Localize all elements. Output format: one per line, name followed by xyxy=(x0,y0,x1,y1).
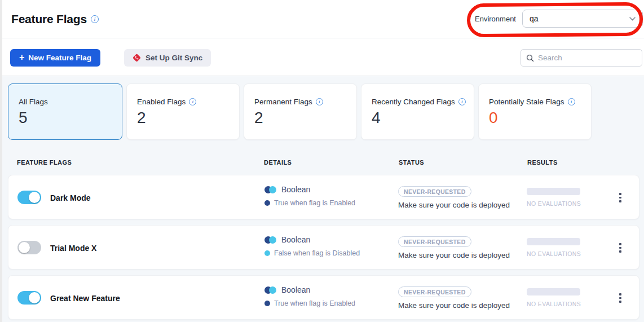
card-all-flags[interactable]: All Flags 5 xyxy=(8,83,122,140)
flag-status: NEVER-REQUESTED Make sure your code is d… xyxy=(398,186,510,209)
info-icon[interactable]: i xyxy=(458,98,466,105)
value-dot-icon xyxy=(264,250,270,256)
flag-toggle[interactable] xyxy=(17,191,41,204)
info-icon[interactable]: i xyxy=(316,98,323,105)
status-badge: NEVER-REQUESTED xyxy=(398,236,471,247)
card-permanent-flags[interactable]: Permanent Flagsi 2 xyxy=(244,83,357,140)
feature-flags-page: Feature Flags i Environment qa + New Fea… xyxy=(0,0,644,322)
row-menu-button[interactable] xyxy=(613,226,628,270)
column-header-results: RESULTS xyxy=(527,159,558,166)
card-count: 2 xyxy=(254,110,356,126)
card-count: 5 xyxy=(19,110,122,126)
search-input[interactable] xyxy=(538,54,638,62)
plus-icon: + xyxy=(19,52,24,63)
environment-select[interactable]: qa xyxy=(522,10,643,28)
flag-details: Boolean True when flag is Enabled xyxy=(264,185,355,207)
status-badge: NEVER-REQUESTED xyxy=(398,286,471,297)
chevron-down-icon xyxy=(629,17,636,21)
info-icon[interactable]: i xyxy=(568,98,575,105)
column-header-status: STATUS xyxy=(399,159,424,166)
flag-status: NEVER-REQUESTED Make sure your code is d… xyxy=(398,236,510,259)
search-box xyxy=(521,49,642,67)
page-header: Feature Flags i Environment qa xyxy=(2,0,644,38)
flag-name[interactable]: Great New Feature xyxy=(50,276,120,320)
flag-results: NO EVALUATIONS xyxy=(527,238,581,257)
set-up-git-sync-button[interactable]: Set Up Git Sync xyxy=(124,49,211,67)
card-recently-changed-flags[interactable]: Recently Changed Flagsi 4 xyxy=(361,83,474,140)
flag-results: NO EVALUATIONS xyxy=(527,188,581,207)
card-potentially-stale-flags[interactable]: Potentially Stale Flagsi 0 xyxy=(478,83,592,140)
title-info-icon[interactable]: i xyxy=(91,15,99,23)
table-row: Trial Mode X Boolean False when flag is … xyxy=(8,225,639,270)
flag-name[interactable]: Trial Mode X xyxy=(50,226,96,270)
card-count: 0 xyxy=(489,110,591,126)
flag-results: NO EVALUATIONS xyxy=(527,288,581,307)
boolean-type-icon xyxy=(264,286,277,294)
value-dot-icon xyxy=(264,301,270,306)
row-menu-button[interactable] xyxy=(613,276,628,320)
card-count: 4 xyxy=(372,110,474,126)
flag-details: Boolean False when flag is Disabled xyxy=(264,235,360,257)
info-icon[interactable]: i xyxy=(189,98,196,105)
search-icon xyxy=(526,54,534,62)
flag-status: NEVER-REQUESTED Make sure your code is d… xyxy=(398,286,510,310)
git-sync-icon xyxy=(133,54,141,62)
boolean-type-icon xyxy=(264,186,277,193)
main-content: All Flags 5 Enabled Flagsi 2 Permanent F… xyxy=(2,76,644,322)
new-feature-flag-button[interactable]: + New Feature Flag xyxy=(10,49,100,67)
results-placeholder-bar xyxy=(527,188,580,195)
card-count: 2 xyxy=(137,110,239,126)
results-placeholder-bar xyxy=(527,288,580,295)
column-header-details: DETAILS xyxy=(264,159,292,166)
environment-selected-value: qa xyxy=(530,14,539,23)
results-placeholder-bar xyxy=(527,238,580,245)
table-row: Dark Mode Boolean True when flag is Enab… xyxy=(8,175,639,219)
flag-name[interactable]: Dark Mode xyxy=(50,175,91,220)
flag-details: Boolean True when flag is Enabled xyxy=(264,285,355,307)
status-badge: NEVER-REQUESTED xyxy=(398,186,471,197)
flag-toggle[interactable] xyxy=(17,241,41,254)
environment-label: Environment xyxy=(475,15,520,23)
toolbar: + New Feature Flag Set Up Git Sync xyxy=(2,39,644,76)
row-menu-button[interactable] xyxy=(613,175,628,220)
card-enabled-flags[interactable]: Enabled Flagsi 2 xyxy=(126,83,240,140)
table-row: Great New Feature Boolean True when flag… xyxy=(8,275,639,320)
page-title: Feature Flags xyxy=(11,12,87,26)
value-dot-icon xyxy=(264,200,270,206)
flag-toggle[interactable] xyxy=(17,291,41,305)
boolean-type-icon xyxy=(264,236,277,244)
column-header-feature-flags: FEATURE FLAGS xyxy=(17,159,72,166)
